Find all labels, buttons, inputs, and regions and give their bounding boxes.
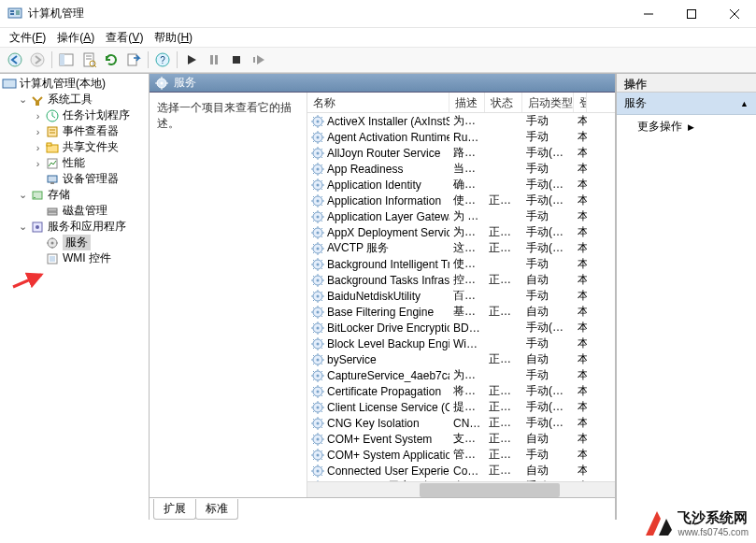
col-logon[interactable]: 登 [574, 93, 587, 112]
tree-performance[interactable]: ›性能 [30, 155, 149, 171]
expander-open-icon[interactable]: ⌄ [17, 93, 29, 106]
svg-line-94 [321, 172, 323, 174]
expander-open-icon[interactable]: ⌄ [17, 189, 29, 201]
tree-task-scheduler[interactable]: ›任务计划程序 [30, 107, 149, 123]
restart-service-button[interactable] [248, 50, 270, 70]
tree-storage[interactable]: ⌄存储 [15, 187, 149, 203]
collapse-icon[interactable]: ▲ [740, 99, 749, 108]
stop-service-button[interactable] [225, 50, 248, 70]
svg-line-223 [313, 371, 315, 373]
forward-button[interactable] [26, 50, 49, 70]
tree-services[interactable]: ›服务 [30, 235, 149, 250]
service-row[interactable]: Base Filtering Engine基本 ...正在 ...自动本 [307, 304, 615, 320]
help-button[interactable]: ? [151, 50, 174, 70]
expander-closed-icon[interactable]: › [32, 125, 44, 137]
service-row[interactable]: AllJoyn Router Service路由 ...手动(触发 ...本 [307, 145, 615, 161]
col-state[interactable]: 状态 [485, 93, 522, 112]
service-row[interactable]: ActiveX Installer (AxInstSV)为从 ...手动本 [307, 113, 615, 129]
expander-closed-icon[interactable]: › [32, 141, 44, 153]
refresh-button[interactable] [100, 50, 122, 70]
svg-rect-22 [233, 56, 240, 64]
tree-root[interactable]: 计算机管理(本地) [0, 76, 149, 92]
svg-point-58 [317, 120, 320, 122]
watermark-logo [644, 509, 672, 537]
col-name[interactable]: 名称 [307, 93, 449, 112]
actions-panel: 操作 服务 ▲ 更多操作 ▶ [616, 74, 756, 520]
horizontal-scrollbar[interactable] [307, 481, 615, 497]
service-row[interactable]: COM+ System Application管理 ...正在 ...手动本 [307, 447, 615, 463]
service-row[interactable]: Connected User Experienc...Con...正在 ...自… [307, 463, 615, 479]
menu-view[interactable]: 查看(V) [100, 28, 149, 48]
service-row[interactable]: CaptureService_4aeb7ca为调 ...手动本 [307, 367, 615, 383]
tree-disk-management[interactable]: ›磁盘管理 [30, 203, 149, 219]
tree-system-tools[interactable]: ⌄ 系统工具 [15, 92, 149, 107]
service-row[interactable]: Client License Service (Clip...提供 ...正在 … [307, 399, 615, 415]
maximize-button[interactable] [670, 0, 713, 28]
svg-line-84 [321, 156, 323, 158]
svg-line-83 [313, 149, 315, 150]
actions-more[interactable]: 更多操作 ▶ [617, 115, 756, 138]
svg-point-208 [317, 358, 320, 361]
export-button[interactable] [122, 50, 145, 70]
svg-line-246 [313, 410, 315, 412]
menu-action[interactable]: 操作(A) [51, 28, 100, 48]
service-row[interactable]: Certificate Propagation将用 ...正在 ...手动(触发… [307, 383, 615, 399]
tree-services-apps[interactable]: ⌄服务和应用程序 [15, 219, 149, 235]
close-button[interactable] [713, 0, 756, 28]
service-row[interactable]: Block Level Backup Engine ...Win...手动本 [307, 336, 615, 351]
service-row[interactable]: App Readiness当用 ...手动本 [307, 161, 615, 177]
service-row[interactable]: AVCTP 服务这是 ...正在 ...手动(触发 ...本 [307, 240, 615, 256]
svg-line-273 [313, 450, 315, 452]
svg-rect-2 [10, 13, 14, 15]
expander-closed-icon[interactable]: › [32, 157, 44, 169]
minimize-button[interactable] [627, 0, 670, 28]
service-row[interactable]: BaiduNetdiskUtility百度 ...手动本 [307, 288, 615, 304]
tree-device-manager[interactable]: ›设备管理器 [30, 171, 149, 187]
tab-standard[interactable]: 标准 [195, 499, 238, 520]
svg-line-85 [321, 149, 323, 150]
service-row[interactable]: Background Tasks Infrastru...控制 ...正在 ..… [307, 272, 615, 288]
svg-point-68 [317, 136, 320, 138]
svg-line-275 [321, 450, 323, 452]
svg-line-263 [313, 435, 315, 436]
service-row[interactable]: Application Layer Gateway ...为 In...手动本 [307, 208, 615, 224]
service-row[interactable]: Agent Activation Runtime ...Runt...手动本 [307, 129, 615, 145]
service-row[interactable]: COM+ Event System支持 ...正在 ...自动本 [307, 431, 615, 447]
column-headers[interactable]: 名称 描述 状态 启动类型 登 [307, 93, 615, 113]
svg-line-124 [321, 220, 323, 221]
expander-closed-icon[interactable]: › [32, 109, 44, 121]
actions-section[interactable]: 服务 ▲ [617, 93, 756, 115]
service-row[interactable]: byService正在 ...自动本 [307, 351, 615, 367]
tree-shared-folders[interactable]: ›共享文件夹 [30, 139, 149, 155]
scrollbar-thumb[interactable] [420, 483, 560, 497]
tree-wmi[interactable]: ›WMI 控件 [30, 250, 149, 266]
service-row[interactable]: BitLocker Drive Encryption ...BDE...手动(触… [307, 320, 615, 336]
menu-file[interactable]: 文件(F) [4, 28, 51, 48]
svg-line-174 [321, 299, 323, 301]
show-hide-tree-button[interactable] [55, 50, 78, 70]
col-startup[interactable]: 启动类型 [522, 93, 574, 112]
start-service-button[interactable] [180, 50, 203, 70]
svg-line-254 [321, 426, 323, 428]
pause-service-button[interactable] [203, 50, 225, 70]
back-button[interactable] [4, 50, 26, 70]
app-icon [7, 7, 22, 21]
tab-extended[interactable]: 扩展 [153, 499, 196, 520]
services-list[interactable]: 名称 描述 状态 启动类型 登 ActiveX Installer (AxIns… [307, 93, 615, 497]
col-desc[interactable]: 描述 [449, 93, 485, 112]
svg-line-144 [321, 251, 323, 253]
svg-point-108 [317, 199, 320, 202]
menu-help[interactable]: 帮助(H) [149, 28, 198, 48]
properties-button[interactable] [78, 50, 100, 70]
service-row[interactable]: CNG Key IsolationCNG ...正在 ...手动(触发 ...本 [307, 415, 615, 431]
expander-open-icon[interactable]: ⌄ [17, 221, 29, 233]
service-row[interactable]: Application Identity确定 ...手动(触发 ...本 [307, 177, 615, 193]
tree-event-viewer[interactable]: ›事件查看器 [30, 123, 149, 139]
gear-icon [311, 258, 324, 271]
service-row[interactable]: AppX Deployment Service ...为部 ...正在 ...手… [307, 224, 615, 240]
svg-line-66 [313, 124, 315, 126]
service-row[interactable]: Application Information使用 ...正在 ...手动(触发… [307, 193, 615, 208]
service-row[interactable]: Background Intelligent Tra...使用 ...手动本 [307, 256, 615, 272]
tree-panel[interactable]: 计算机管理(本地) ⌄ 系统工具 ›任务计划程序 ›事件查看器 [0, 74, 150, 520]
svg-rect-17 [128, 54, 136, 65]
